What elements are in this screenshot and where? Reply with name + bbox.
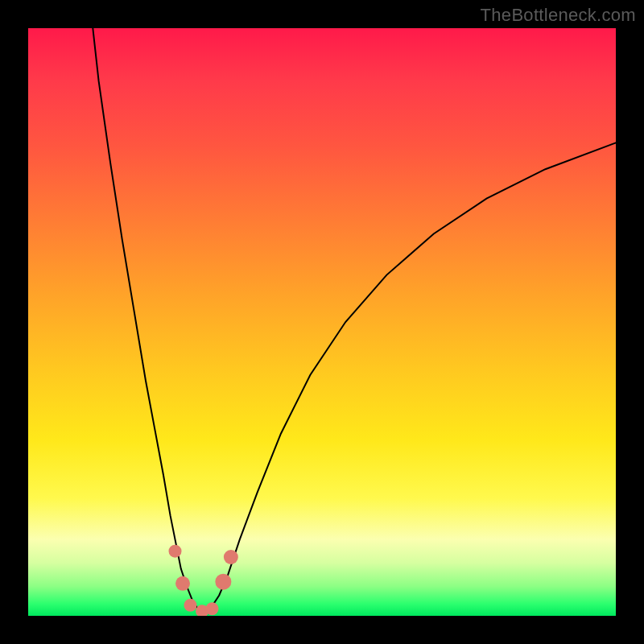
plot-area bbox=[28, 28, 616, 616]
dot-right-upper bbox=[224, 550, 238, 564]
dot-bottom-a bbox=[184, 599, 196, 612]
dot-bottom-c bbox=[205, 602, 218, 615]
dot-right-mid bbox=[215, 574, 231, 590]
curve-right-curve bbox=[204, 142, 616, 613]
curve-left-curve bbox=[93, 28, 204, 613]
dot-left-mid bbox=[175, 576, 190, 591]
curve-layer bbox=[28, 28, 616, 616]
outer-frame: TheBottleneck.com bbox=[0, 0, 644, 644]
watermark-text: TheBottleneck.com bbox=[481, 5, 636, 26]
dot-left-upper bbox=[169, 545, 182, 558]
